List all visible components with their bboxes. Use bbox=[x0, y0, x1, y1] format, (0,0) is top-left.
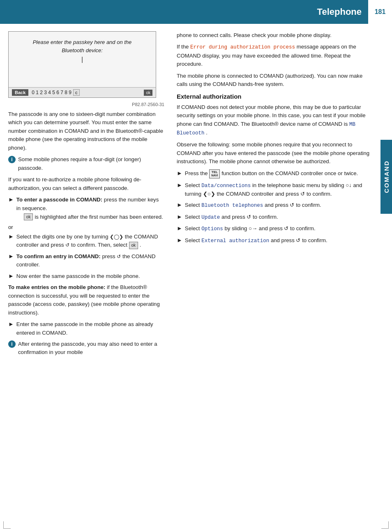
bullet-text-r4: Select Update and press ↺ to confirm. bbox=[185, 213, 278, 222]
bullet-text-r1: Press the TEL NAVI function button on th… bbox=[185, 169, 358, 178]
bullet-item-1: ► To enter a passcode in COMAND: press t… bbox=[8, 196, 164, 221]
right-column: phone to connect calls. Please check you… bbox=[177, 31, 384, 525]
bullet-arrow-r6: ► bbox=[177, 237, 182, 243]
bullet-r6: ► Select External authorization and pres… bbox=[177, 236, 371, 245]
bullet-text-2: Select the digits one by one by turning … bbox=[16, 233, 164, 250]
bullet-arrow-5: ► bbox=[8, 321, 14, 327]
bullet-item-5: ► Enter the same passcode in the mobile … bbox=[8, 320, 164, 337]
bullet-text-r2: Select Data/connections in the telephone… bbox=[185, 181, 371, 199]
bullet-label-1: To enter a passcode in COMAND: bbox=[16, 197, 102, 203]
main-content: Please enter the passkey here and on the… bbox=[0, 24, 392, 532]
passkey-footer: Back 0 1 2 3 4 5 6 7 8 9 c ok bbox=[9, 87, 156, 97]
ext-para-1: If COMAND does not detect your mobile ph… bbox=[177, 103, 371, 138]
bullet-r3: ► Select Bluetooth telephones and press … bbox=[177, 201, 371, 210]
bullet-text-4: Now enter the same passcode in the mobil… bbox=[16, 272, 140, 280]
error-para: If the Error during authorization proces… bbox=[177, 43, 371, 68]
section-heading-external: External authorization bbox=[177, 93, 371, 100]
info-box-2: i After entering the passcode, you may a… bbox=[8, 340, 164, 357]
intro-text: The passcode is any one to sixteen-digit… bbox=[8, 110, 164, 152]
passkey-spacer bbox=[17, 63, 148, 84]
delete-button[interactable]: c bbox=[73, 89, 80, 96]
header-bar: Telephone 181 bbox=[0, 0, 392, 24]
bullet-arrow-1: ► bbox=[8, 196, 14, 203]
tel-navi-button: TEL NAVI bbox=[209, 169, 220, 178]
info-text-1: Some mobile phones require a four-digit … bbox=[18, 155, 164, 172]
bullet-arrow-r1: ► bbox=[177, 170, 182, 176]
info-text-2: After entering the passcode, you may als… bbox=[18, 340, 164, 357]
bullet-arrow-r3: ► bbox=[177, 201, 182, 208]
bullet-item-2: ► Select the digits one by one by turnin… bbox=[8, 233, 164, 250]
ext-para-2: Observe the following: some mobile phone… bbox=[177, 141, 371, 166]
passkey-content: Please enter the passkey here and on the… bbox=[9, 32, 156, 87]
code-bluetooth-telephones: Bluetooth telephones bbox=[201, 203, 263, 208]
bullet-label-3: To confirm an entry in COMAND: bbox=[16, 253, 101, 259]
bullet-text-1: To enter a passcode in COMAND: press the… bbox=[16, 196, 164, 221]
ok-inline-2: ok bbox=[129, 242, 138, 249]
left-column: Please enter the passkey here and on the… bbox=[8, 31, 168, 525]
bullet-arrow-3: ► bbox=[8, 253, 14, 259]
bullet-arrow-2: ► bbox=[8, 233, 14, 240]
info-box-1: i Some mobile phones require a four-digi… bbox=[8, 155, 164, 172]
image-caption: P82.87-2560-31 bbox=[8, 102, 164, 107]
code-data-connections: Data/connections bbox=[201, 183, 251, 189]
bullet-arrow-r2: ► bbox=[177, 182, 182, 188]
confirm-icon-2: ↺ bbox=[65, 243, 69, 248]
error-code: Error during authorization process bbox=[190, 44, 295, 50]
header-title-area: Telephone 181 bbox=[317, 0, 392, 24]
bullet-r4: ► Select Update and press ↺ to confirm. bbox=[177, 213, 371, 222]
bullet-arrow-r4: ► bbox=[177, 213, 182, 220]
header-page-number: 181 bbox=[368, 0, 392, 24]
bullet-r5: ► Select Options by sliding ○→ and press… bbox=[177, 224, 371, 233]
passkey-cursor: | bbox=[17, 56, 148, 63]
info-icon-1: i bbox=[8, 156, 16, 163]
bullet-r1: ► Press the TEL NAVI function button on … bbox=[177, 169, 371, 178]
bullet-item-3: ► To confirm an entry in COMAND: press ↺… bbox=[8, 252, 164, 269]
passkey-box: Please enter the passkey here and on the… bbox=[8, 31, 156, 98]
or-text: or bbox=[8, 224, 164, 230]
make-entries-bold: To make entries on the mobile phone: bbox=[8, 284, 105, 290]
bullet-arrow-r5: ► bbox=[177, 225, 182, 231]
passkey-prompt: Please enter the passkey here and on the… bbox=[17, 38, 148, 54]
code-update: Update bbox=[201, 215, 220, 220]
ok-inline-1: ok bbox=[24, 213, 33, 221]
header-title: Telephone bbox=[317, 7, 368, 17]
para-bottom: The mobile phone is connected to COMAND … bbox=[177, 72, 371, 89]
bullet-arrow-4: ► bbox=[8, 273, 14, 279]
bullet-text-r3: Select Bluetooth telephones and press ↺ … bbox=[185, 201, 321, 210]
bullet-r2: ► Select Data/connections in the telepho… bbox=[177, 181, 371, 199]
bullet-text-3: To confirm an entry in COMAND: press ↺ t… bbox=[16, 252, 164, 269]
ctrl-icon-2: ❮◯❯ bbox=[110, 234, 123, 240]
make-entries-para: To make entries on the mobile phone: if … bbox=[8, 283, 164, 317]
back-button[interactable]: Back bbox=[12, 89, 28, 96]
info-icon-2: i bbox=[8, 340, 16, 348]
para-top: phone to connect calls. Please check you… bbox=[177, 31, 371, 39]
bullet-text-5: Enter the same passcode in the mobile ph… bbox=[16, 320, 164, 337]
digit-row: 0 1 2 3 4 5 6 7 8 9 bbox=[32, 90, 71, 95]
para-1: If you want to re-authorize a mobile pho… bbox=[8, 176, 164, 192]
bullet-text-r5: Select Options by sliding ○→ and press ↺… bbox=[185, 224, 316, 233]
confirm-icon-3: ↺ bbox=[117, 254, 121, 259]
code-options: Options bbox=[201, 226, 223, 232]
bullet-item-4: ► Now enter the same passcode in the mob… bbox=[8, 272, 164, 280]
ok-button[interactable]: ok bbox=[144, 90, 152, 96]
code-external-auth: External authorization bbox=[201, 238, 269, 244]
bullet-text-r6: Select External authorization and press … bbox=[185, 236, 327, 245]
